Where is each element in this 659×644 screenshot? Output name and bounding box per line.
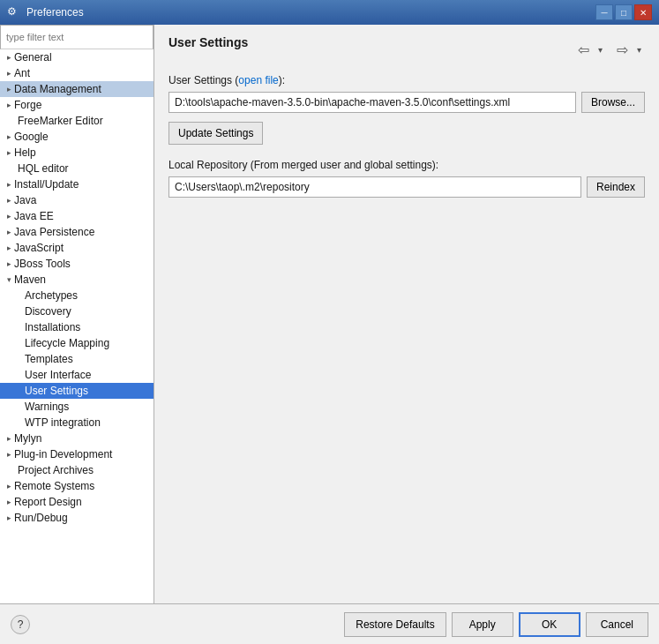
tree-item-installations[interactable]: Installations: [0, 319, 154, 335]
tree-label-maven: Maven: [14, 273, 46, 286]
tree-label-remote-systems: Remote Systems: [14, 480, 94, 492]
tree-arrow-general: ▸: [7, 53, 11, 62]
settings-file-row: Browse...: [168, 92, 645, 113]
tree-arrow-ant: ▸: [7, 69, 11, 78]
tree-label-java-ee: Java EE: [14, 210, 54, 222]
tree-arrow-java-persistence: ▸: [7, 228, 11, 236]
tree-label-general: General: [14, 51, 52, 64]
tree-label-wtp-integration: WTP integration: [25, 416, 101, 429]
tree-label-project-archives: Project Archives: [18, 464, 94, 476]
panel-title: User Settings: [168, 35, 248, 53]
tree-item-wtp-integration[interactable]: WTP integration: [0, 415, 154, 431]
tree-label-mylyn: Mylyn: [14, 432, 41, 445]
tree-item-java-ee[interactable]: ▸Java EE: [0, 208, 154, 224]
local-repo-row: Reindex: [168, 176, 645, 198]
tree-item-forge[interactable]: ▸Forge: [0, 97, 154, 113]
tree-item-archetypes[interactable]: Archetypes: [0, 288, 154, 303]
tree-arrow-javascript: ▸: [7, 243, 11, 252]
local-repo-input[interactable]: [168, 176, 581, 198]
tree-item-discovery[interactable]: Discovery: [0, 303, 154, 319]
tree-arrow-plugin-development: ▸: [7, 450, 11, 459]
tree-item-freemarker-editor[interactable]: FreeMarker Editor: [0, 113, 154, 129]
back-button[interactable]: ⇦: [574, 40, 593, 60]
tree-item-java[interactable]: ▸Java: [0, 192, 154, 208]
tree-label-java: Java: [14, 194, 36, 206]
tree-item-warnings[interactable]: Warnings: [0, 399, 154, 415]
tree-label-freemarker-editor: FreeMarker Editor: [18, 115, 103, 127]
local-repo-label: Local Repository (From merged user and g…: [168, 159, 645, 171]
tree-label-warnings: Warnings: [25, 401, 69, 413]
tree-item-plugin-development[interactable]: ▸Plug-in Development: [0, 446, 154, 462]
tree-item-java-persistence[interactable]: ▸Java Persistence: [0, 224, 154, 240]
tree-label-installations: Installations: [25, 321, 80, 333]
tree-arrow-report-design: ▸: [7, 498, 11, 506]
bottom-bar: ? Restore Defaults Apply OK Cancel: [0, 603, 659, 644]
tree-arrow-java-ee: ▸: [7, 212, 11, 221]
tree-item-hql-editor[interactable]: HQL editor: [0, 161, 154, 176]
maximize-button[interactable]: □: [615, 4, 633, 20]
tree-label-data-management: Data Management: [14, 83, 101, 95]
filter-input[interactable]: [0, 25, 154, 49]
tree-label-javascript: JavaScript: [14, 242, 64, 254]
update-settings-button[interactable]: Update Settings: [168, 122, 263, 145]
tree-arrow-install-update: ▸: [7, 180, 11, 189]
tree-item-data-management[interactable]: ▸Data Management: [0, 81, 154, 97]
tree-item-user-interface[interactable]: User Interface: [0, 367, 154, 383]
tree-arrow-help: ▸: [7, 148, 11, 157]
tree-item-install-update[interactable]: ▸Install/Update: [0, 176, 154, 192]
tree-label-report-design: Report Design: [14, 496, 82, 508]
tree-item-remote-systems[interactable]: ▸Remote Systems: [0, 478, 154, 494]
restore-defaults-button[interactable]: Restore Defaults: [344, 612, 446, 637]
ok-button[interactable]: OK: [519, 612, 580, 637]
tree-item-ant[interactable]: ▸Ant: [0, 65, 154, 81]
tree-label-discovery: Discovery: [25, 305, 71, 318]
tree-item-lifecycle-mapping[interactable]: Lifecycle Mapping: [0, 335, 154, 351]
back-dropdown-button[interactable]: ▾: [595, 43, 606, 56]
tree-item-jboss-tools[interactable]: ▸JBoss Tools: [0, 256, 154, 272]
tree-arrow-forge: ▸: [7, 101, 11, 109]
tree-item-google[interactable]: ▸Google: [0, 129, 154, 145]
tree-label-jboss-tools: JBoss Tools: [14, 258, 71, 270]
close-button[interactable]: ✕: [634, 4, 652, 20]
title-bar-title: Preferences: [26, 6, 84, 19]
tree-item-user-settings[interactable]: User Settings: [0, 383, 154, 399]
tree-container[interactable]: ▸General▸Ant▸Data Management▸ForgeFreeMa…: [0, 49, 154, 603]
title-bar-controls: ─ □ ✕: [595, 4, 652, 20]
title-bar: ⚙ Preferences ─ □ ✕: [0, 0, 659, 25]
tree-label-java-persistence: Java Persistence: [14, 226, 94, 238]
forward-button[interactable]: ⇨: [613, 40, 632, 60]
open-file-link[interactable]: open file: [238, 74, 278, 86]
minimize-button[interactable]: ─: [595, 4, 613, 20]
tree-item-templates[interactable]: Templates: [0, 351, 154, 367]
tree-arrow-maven: ▾: [7, 275, 11, 284]
tree-item-report-design[interactable]: ▸Report Design: [0, 494, 154, 510]
tree-item-help[interactable]: ▸Help: [0, 145, 154, 161]
cancel-button[interactable]: Cancel: [586, 612, 648, 637]
browse-button[interactable]: Browse...: [581, 92, 645, 113]
tree-item-general[interactable]: ▸General: [0, 49, 154, 65]
dialog: ▸General▸Ant▸Data Management▸ForgeFreeMa…: [0, 25, 659, 644]
forward-dropdown-button[interactable]: ▾: [633, 43, 645, 56]
tree-label-help: Help: [14, 146, 36, 159]
left-panel: ▸General▸Ant▸Data Management▸ForgeFreeMa…: [0, 25, 154, 603]
tree-label-google: Google: [14, 131, 49, 143]
settings-file-input[interactable]: [168, 92, 576, 113]
tree-arrow-remote-systems: ▸: [7, 482, 11, 490]
tree-label-plugin-development: Plug-in Development: [14, 448, 112, 461]
user-settings-label: User Settings (open file):: [168, 74, 645, 86]
tree-item-run-debug[interactable]: ▸Run/Debug: [0, 510, 154, 526]
tree-item-javascript[interactable]: ▸JavaScript: [0, 240, 154, 256]
tree-label-hql-editor: HQL editor: [18, 162, 69, 175]
tree-item-mylyn[interactable]: ▸Mylyn: [0, 431, 154, 446]
tree-label-archetypes: Archetypes: [25, 289, 78, 302]
apply-button[interactable]: Apply: [452, 612, 513, 637]
tree-label-ant: Ant: [14, 67, 30, 79]
tree-label-run-debug: Run/Debug: [14, 512, 68, 524]
tree-label-install-update: Install/Update: [14, 178, 79, 191]
tree-arrow-jboss-tools: ▸: [7, 259, 11, 268]
reindex-button[interactable]: Reindex: [587, 176, 645, 198]
tree-item-maven[interactable]: ▾Maven: [0, 272, 154, 288]
help-button[interactable]: ?: [11, 615, 30, 634]
tree-item-project-archives[interactable]: Project Archives: [0, 462, 154, 478]
tree-label-user-settings: User Settings: [25, 385, 88, 397]
